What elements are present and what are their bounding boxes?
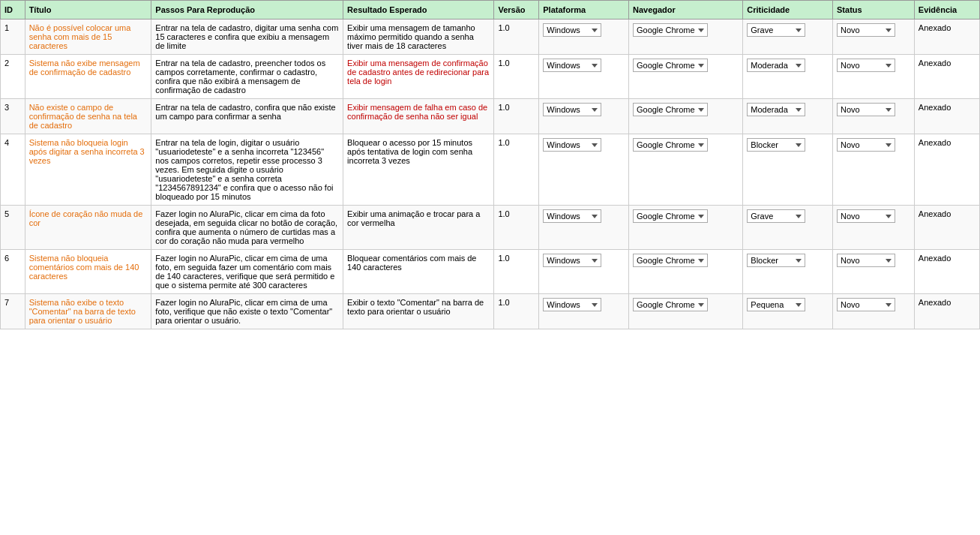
navegador-value: Google Chrome bbox=[637, 26, 696, 35]
criticidade-select[interactable]: Blocker bbox=[747, 138, 805, 152]
status-value: Novo bbox=[841, 300, 883, 309]
cell-titulo: Sistema não exibe o texto "Comentar" na … bbox=[25, 294, 151, 329]
criticidade-chevron-icon bbox=[796, 259, 802, 263]
cell-versao: 1.0 bbox=[494, 250, 539, 294]
cell-id: 2 bbox=[1, 55, 25, 99]
table-row: 2Sistema não exibe mensagem de confirmaç… bbox=[1, 55, 980, 99]
criticidade-select[interactable]: Grave bbox=[747, 209, 805, 223]
cell-criticidade[interactable]: Blocker bbox=[743, 134, 833, 206]
cell-resultado: Exibir o texto "Comentar" na barra de te… bbox=[343, 294, 494, 329]
cell-status[interactable]: Novo bbox=[833, 20, 915, 55]
cell-status[interactable]: Novo bbox=[833, 55, 915, 99]
cell-status[interactable]: Novo bbox=[833, 250, 915, 294]
cell-status[interactable]: Novo bbox=[833, 134, 915, 206]
criticidade-value: Moderada bbox=[751, 105, 793, 114]
criticidade-chevron-icon bbox=[796, 108, 802, 112]
cell-passos: Fazer login no AluraPic, clicar em cima … bbox=[151, 294, 343, 329]
criticidade-select[interactable]: Grave bbox=[747, 23, 805, 37]
cell-titulo: Sistema não exibe mensagem de confirmaçã… bbox=[25, 55, 151, 99]
cell-status[interactable]: Novo bbox=[833, 206, 915, 250]
plataforma-select[interactable]: Windows bbox=[543, 103, 601, 116]
status-value: Novo bbox=[841, 256, 883, 265]
status-select[interactable]: Novo bbox=[837, 254, 895, 267]
navegador-select[interactable]: Google Chrome bbox=[633, 103, 708, 116]
cell-plataforma[interactable]: Windows bbox=[539, 20, 629, 55]
criticidade-select[interactable]: Blocker bbox=[747, 254, 805, 267]
navegador-chevron-icon bbox=[698, 215, 704, 218]
plataforma-select[interactable]: Windows bbox=[543, 59, 601, 72]
cell-plataforma[interactable]: Windows bbox=[539, 250, 629, 294]
cell-resultado: Exibir uma mensagem de confirmação de ca… bbox=[343, 55, 494, 99]
plataforma-value: Windows bbox=[547, 61, 589, 70]
navegador-select[interactable]: Google Chrome bbox=[633, 23, 708, 37]
status-select[interactable]: Novo bbox=[837, 23, 895, 37]
cell-plataforma[interactable]: Windows bbox=[539, 206, 629, 250]
plataforma-select[interactable]: Windows bbox=[543, 23, 601, 37]
navegador-select[interactable]: Google Chrome bbox=[633, 59, 708, 72]
cell-status[interactable]: Novo bbox=[833, 99, 915, 134]
status-select[interactable]: Novo bbox=[837, 298, 895, 311]
cell-plataforma[interactable]: Windows bbox=[539, 55, 629, 99]
status-select[interactable]: Novo bbox=[837, 59, 895, 72]
cell-criticidade[interactable]: Grave bbox=[743, 206, 833, 250]
status-select[interactable]: Novo bbox=[837, 209, 895, 223]
plataforma-select[interactable]: Windows bbox=[543, 138, 601, 152]
status-chevron-icon bbox=[886, 303, 892, 307]
plataforma-select[interactable]: Windows bbox=[543, 254, 601, 267]
criticidade-chevron-icon bbox=[796, 215, 802, 218]
cell-criticidade[interactable]: Blocker bbox=[743, 250, 833, 294]
cell-titulo: Ícone de coração não muda de cor bbox=[25, 206, 151, 250]
criticidade-select[interactable]: Pequena bbox=[747, 298, 805, 311]
cell-navegador[interactable]: Google Chrome bbox=[628, 55, 742, 99]
criticidade-value: Grave bbox=[751, 212, 793, 221]
cell-titulo: Sistema não bloqueia login após digitar … bbox=[25, 134, 151, 206]
cell-versao: 1.0 bbox=[494, 206, 539, 250]
cell-passos: Fazer login no AluraPic, clicar em cima … bbox=[151, 250, 343, 294]
status-select[interactable]: Novo bbox=[837, 103, 895, 116]
cell-criticidade[interactable]: Moderada bbox=[743, 55, 833, 99]
cell-navegador[interactable]: Google Chrome bbox=[628, 20, 742, 55]
cell-versao: 1.0 bbox=[494, 294, 539, 329]
cell-navegador[interactable]: Google Chrome bbox=[628, 99, 742, 134]
plataforma-select[interactable]: Windows bbox=[543, 209, 601, 223]
cell-resultado: Bloquear comentários com mais de 140 car… bbox=[343, 250, 494, 294]
cell-evidencia: Anexado bbox=[914, 55, 979, 99]
plataforma-value: Windows bbox=[547, 212, 589, 221]
cell-evidencia: Anexado bbox=[914, 250, 979, 294]
cell-evidencia: Anexado bbox=[914, 134, 979, 206]
navegador-value: Google Chrome bbox=[637, 140, 696, 149]
cell-resultado: Exibir mensagem de falha em caso de conf… bbox=[343, 99, 494, 134]
header-plataforma: Plataforma bbox=[539, 1, 629, 20]
header-titulo: Título bbox=[25, 1, 151, 20]
plataforma-value: Windows bbox=[547, 140, 589, 149]
table-row: 7Sistema não exibe o texto "Comentar" na… bbox=[1, 294, 980, 329]
cell-navegador[interactable]: Google Chrome bbox=[628, 134, 742, 206]
status-select[interactable]: Novo bbox=[837, 138, 895, 152]
cell-plataforma[interactable]: Windows bbox=[539, 294, 629, 329]
navegador-select[interactable]: Google Chrome bbox=[633, 209, 708, 223]
cell-criticidade[interactable]: Grave bbox=[743, 20, 833, 55]
cell-plataforma[interactable]: Windows bbox=[539, 99, 629, 134]
cell-navegador[interactable]: Google Chrome bbox=[628, 294, 742, 329]
cell-navegador[interactable]: Google Chrome bbox=[628, 206, 742, 250]
plataforma-value: Windows bbox=[547, 256, 589, 265]
cell-plataforma[interactable]: Windows bbox=[539, 134, 629, 206]
cell-navegador[interactable]: Google Chrome bbox=[628, 250, 742, 294]
header-id: ID bbox=[1, 1, 25, 20]
plataforma-value: Windows bbox=[547, 26, 589, 35]
status-value: Novo bbox=[841, 61, 883, 70]
navegador-select[interactable]: Google Chrome bbox=[633, 254, 708, 267]
cell-status[interactable]: Novo bbox=[833, 294, 915, 329]
navegador-select[interactable]: Google Chrome bbox=[633, 298, 708, 311]
criticidade-select[interactable]: Moderada bbox=[747, 59, 805, 72]
cell-criticidade[interactable]: Pequena bbox=[743, 294, 833, 329]
table-row: 5Ícone de coração não muda de corFazer l… bbox=[1, 206, 980, 250]
plataforma-select[interactable]: Windows bbox=[543, 298, 601, 311]
status-chevron-icon bbox=[886, 259, 892, 263]
criticidade-select[interactable]: Moderada bbox=[747, 103, 805, 116]
criticidade-value: Moderada bbox=[751, 61, 793, 70]
navegador-select[interactable]: Google Chrome bbox=[633, 138, 708, 152]
navegador-chevron-icon bbox=[698, 143, 704, 147]
criticidade-chevron-icon bbox=[796, 64, 802, 68]
cell-criticidade[interactable]: Moderada bbox=[743, 99, 833, 134]
